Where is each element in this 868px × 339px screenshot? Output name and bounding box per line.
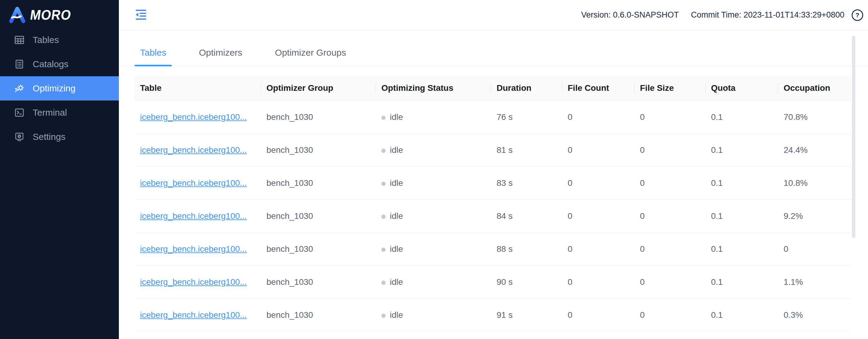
cell-quota: 0.1	[706, 112, 778, 122]
sidebar-item-label: Optimizing	[33, 83, 75, 93]
cell-occupation: 70.8%	[778, 112, 850, 122]
status-label: idle	[390, 145, 403, 155]
optimizing-icon	[14, 83, 25, 94]
tab-optimizer-groups[interactable]: Optimizer Groups	[270, 39, 351, 66]
cell-quota: 0.1	[706, 211, 778, 221]
column-header-table: Table	[134, 83, 261, 93]
commit-time-label: Commit Time: 2023-11-01T14:33:29+0800	[691, 10, 844, 20]
sidebar-item-label: Terminal	[33, 108, 67, 118]
cell-optimizing_status: idle	[376, 211, 491, 221]
status-dot-icon	[381, 281, 385, 285]
table-header-row: TableOptimizer GroupOptimizing StatusDur…	[134, 76, 851, 101]
cell-quota: 0.1	[706, 277, 778, 287]
cell-quota: 0.1	[706, 310, 778, 320]
table-link[interactable]: iceberg_bench.iceberg100...	[140, 211, 247, 221]
terminal-icon	[14, 107, 25, 118]
amoro-logo[interactable]: MORO	[0, 0, 119, 24]
cell-table: iceberg_bench.iceberg100...	[134, 178, 261, 188]
table-row: iceberg_bench.iceberg100...bench_1030idl…	[134, 101, 851, 134]
cell-quota: 0.1	[706, 178, 778, 188]
status-dot-icon	[381, 314, 385, 318]
cell-file_count: 0	[562, 211, 634, 221]
table-link[interactable]: iceberg_bench.iceberg100...	[140, 178, 247, 188]
cell-optimizing_status: idle	[376, 112, 491, 122]
table-row: iceberg_bench.iceberg100...bench_1030idl…	[134, 233, 851, 266]
cell-duration: 76 s	[491, 112, 562, 122]
table-link[interactable]: iceberg_bench.iceberg100...	[140, 310, 247, 320]
cell-file_size: 0	[634, 211, 706, 221]
tab-tables[interactable]: Tables	[134, 39, 172, 66]
topbar-right: Version: 0.6.0-SNAPSHOT Commit Time: 202…	[581, 9, 863, 21]
cell-occupation: 0	[778, 244, 850, 254]
status-dot-icon	[381, 149, 385, 153]
vertical-scrollbar-thumb[interactable]	[852, 36, 855, 238]
cell-duration: 83 s	[491, 178, 562, 188]
cell-file_size: 0	[634, 277, 706, 287]
cell-duration: 84 s	[491, 211, 562, 221]
amoro-app: MORO Tables Catalogs Optimizing	[0, 0, 868, 339]
cell-optimizer_group: bench_1030	[261, 244, 376, 254]
optimizing-tables-table: TableOptimizer GroupOptimizing StatusDur…	[134, 76, 851, 332]
status-label: idle	[390, 310, 403, 320]
cell-optimizing_status: idle	[376, 310, 491, 320]
tab-optimizers[interactable]: Optimizers	[193, 39, 248, 66]
cell-file_size: 0	[634, 178, 706, 188]
table-row: iceberg_bench.iceberg100...bench_1030idl…	[134, 266, 851, 299]
cell-optimizer_group: bench_1030	[261, 211, 376, 221]
logo-text: MORO	[29, 7, 72, 23]
sidebar: MORO Tables Catalogs Optimizing	[0, 0, 119, 339]
amoro-logo-icon	[8, 5, 26, 24]
sidebar-item-settings[interactable]: Settings	[0, 125, 119, 149]
cell-file_size: 0	[634, 145, 706, 155]
cell-occupation: 9.2%	[778, 211, 850, 221]
cell-duration: 91 s	[491, 310, 562, 320]
sidebar-item-label: Tables	[33, 35, 59, 45]
cell-optimizing_status: idle	[376, 145, 491, 155]
catalogs-icon	[14, 59, 25, 69]
sidebar-item-catalogs[interactable]: Catalogs	[0, 52, 119, 76]
column-header-occupation: Occupation	[778, 83, 850, 93]
version-label: Version: 0.6.0-SNAPSHOT	[581, 10, 679, 20]
status-dot-icon	[381, 248, 385, 252]
table-row: iceberg_bench.iceberg100...bench_1030idl…	[134, 299, 851, 332]
sidebar-menu: Tables Catalogs Optimizing Terminal	[0, 28, 119, 149]
column-header-duration: Duration	[491, 83, 562, 93]
sidebar-collapse-button[interactable]	[134, 8, 147, 22]
cell-occupation: 10.8%	[778, 178, 850, 188]
cell-quota: 0.1	[706, 244, 778, 254]
table-link[interactable]: iceberg_bench.iceberg100...	[140, 244, 247, 254]
cell-optimizing_status: idle	[376, 277, 491, 287]
sidebar-item-label: Catalogs	[33, 59, 68, 69]
cell-file_count: 0	[562, 145, 634, 155]
cell-optimizer_group: bench_1030	[261, 310, 376, 320]
topbar: Version: 0.6.0-SNAPSHOT Commit Time: 202…	[119, 0, 868, 30]
tables-icon	[14, 34, 25, 46]
sidebar-item-tables[interactable]: Tables	[0, 28, 119, 52]
menu-fold-icon	[134, 8, 147, 22]
column-header-optimizing_status: Optimizing Status	[376, 83, 491, 93]
cell-table: iceberg_bench.iceberg100...	[134, 145, 261, 155]
cell-duration: 88 s	[491, 244, 562, 254]
cell-optimizer_group: bench_1030	[261, 145, 376, 155]
table-link[interactable]: iceberg_bench.iceberg100...	[140, 112, 247, 122]
cell-table: iceberg_bench.iceberg100...	[134, 277, 261, 287]
tab-label: Optimizers	[199, 48, 242, 58]
sidebar-item-optimizing[interactable]: Optimizing	[0, 76, 119, 101]
help-icon[interactable]: ?	[852, 9, 863, 21]
sidebar-item-terminal[interactable]: Terminal	[0, 101, 119, 125]
table-row: iceberg_bench.iceberg100...bench_1030idl…	[134, 167, 851, 200]
status-label: idle	[390, 211, 403, 221]
status-dot-icon	[381, 181, 385, 186]
table-row: iceberg_bench.iceberg100...bench_1030idl…	[134, 134, 851, 167]
cell-optimizer_group: bench_1030	[261, 277, 376, 287]
cell-optimizer_group: bench_1030	[261, 178, 376, 188]
status-label: idle	[390, 244, 403, 254]
status-dot-icon	[381, 215, 385, 219]
cell-file_size: 0	[634, 310, 706, 320]
column-header-file_count: File Count	[562, 83, 634, 93]
table-link[interactable]: iceberg_bench.iceberg100...	[140, 145, 247, 155]
table-row: iceberg_bench.iceberg100...bench_1030idl…	[134, 200, 851, 233]
cell-file_size: 0	[634, 244, 706, 254]
table-link[interactable]: iceberg_bench.iceberg100...	[140, 277, 247, 287]
tab-label: Optimizer Groups	[275, 48, 346, 58]
